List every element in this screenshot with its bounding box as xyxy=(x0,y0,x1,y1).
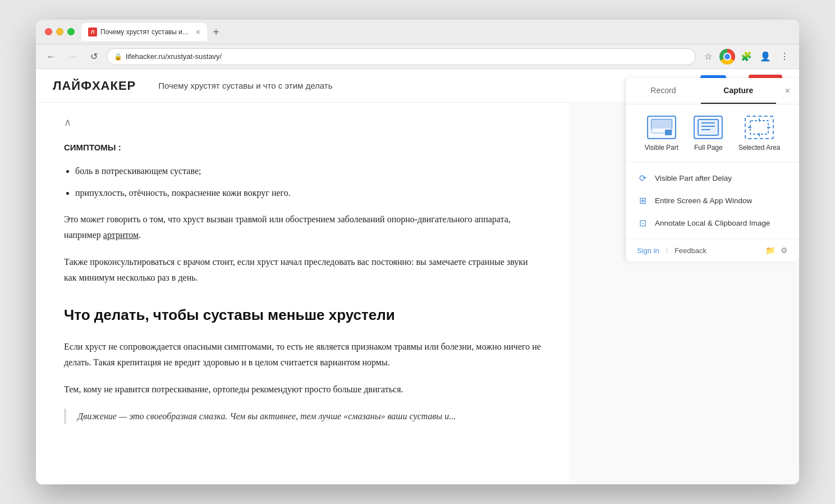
panel-tab-bar: Record Capture × xyxy=(626,78,799,104)
title-bar: Л Почему хрустят суставы и ч... × + xyxy=(36,20,799,44)
paragraph-1: Это может говорить о том, что хруст вызв… xyxy=(64,212,541,243)
visible-part-delay-item[interactable]: ⟳ Visible Part after Delay xyxy=(626,167,799,189)
traffic-lights xyxy=(45,28,75,35)
maximize-button[interactable] xyxy=(67,28,75,35)
delay-icon: ⟳ xyxy=(637,172,648,184)
feedback-link[interactable]: Feedback xyxy=(675,246,706,255)
star-icon[interactable]: ☆ xyxy=(700,49,716,65)
svg-rect-8 xyxy=(750,121,768,134)
annotate-local-item[interactable]: ⊡ Annotate Local & Clipboard Image xyxy=(626,212,799,234)
tab-title: Почему хрустят суставы и ч... xyxy=(100,28,190,36)
new-tab-button[interactable]: + xyxy=(210,26,222,38)
svg-rect-1 xyxy=(652,120,672,129)
screen-icon: ⊞ xyxy=(637,195,648,206)
tab-record[interactable]: Record xyxy=(626,78,701,104)
list-item: припухлость, отёчность, покраснение кожи… xyxy=(75,185,541,200)
entire-screen-label: Entire Screen & App Window xyxy=(655,196,752,205)
selected-area-label: Selected Area xyxy=(738,144,781,152)
tab-close-icon[interactable]: × xyxy=(196,28,200,36)
paragraph-2: Также проконсультироваться с врачом стои… xyxy=(64,254,541,286)
quote-block: Движение — это своеобразная смазка. Чем … xyxy=(64,409,541,424)
entire-screen-item[interactable]: ⊞ Entire Screen & App Window xyxy=(626,189,799,212)
url-text: lifehacker.ru/xrustyat-sustavy/ xyxy=(126,52,689,61)
selected-area-icon xyxy=(745,116,774,139)
annotate-local-label: Annotate Local & Clipboard Image xyxy=(655,219,770,227)
svg-rect-4 xyxy=(698,120,718,135)
svg-rect-3 xyxy=(665,130,672,135)
refresh-button[interactable]: ↺ xyxy=(85,48,102,65)
paragraph-3: Если хруст не сопровождается опасными си… xyxy=(64,339,541,370)
lock-icon: 🔒 xyxy=(114,53,122,61)
menu-icon[interactable]: ⋮ xyxy=(777,49,792,65)
quote-text: Движение — это своеобразная смазка. Чем … xyxy=(77,409,541,424)
nav-bar: ← → ↺ 🔒 lifehacker.ru/xrustyat-sustavy/ … xyxy=(36,44,799,69)
section-heading: Что делать, чтобы суставы меньше хрустел… xyxy=(64,303,541,327)
footer-icons: 📁 ⚙ xyxy=(765,246,788,255)
nav-icons: ☆ 🧩 👤 ⋮ xyxy=(700,49,792,65)
extensions-icon[interactable]: 🧩 xyxy=(738,49,754,65)
sign-in-link[interactable]: Sign in xyxy=(637,246,659,255)
folder-icon[interactable]: 📁 xyxy=(765,246,775,255)
visible-part-delay-label: Visible Part after Delay xyxy=(655,174,732,182)
back-button[interactable]: ← xyxy=(43,48,59,65)
page-header-title: Почему хрустят суставы и что с этим дела… xyxy=(158,81,678,90)
address-bar[interactable]: 🔒 lifehacker.ru/xrustyat-sustavy/ xyxy=(107,48,696,65)
capture-selected-area[interactable]: Selected Area xyxy=(738,116,781,152)
tab-favicon: Л xyxy=(88,28,97,36)
capture-options: Visible Part Full Page xyxy=(626,104,799,157)
full-page-icon xyxy=(694,116,723,139)
panel-menu-items: ⟳ Visible Part after Delay ⊞ Entire Scre… xyxy=(626,162,799,239)
close-button[interactable] xyxy=(45,28,52,35)
full-page-label: Full Page xyxy=(694,144,723,152)
list-item: боль в потрескивающем суставе; xyxy=(75,163,541,178)
profile-icon[interactable]: 👤 xyxy=(758,49,773,65)
visible-part-icon xyxy=(647,116,676,139)
article-content: ∧ СИМПТОМЫ : боль в потрескивающем суста… xyxy=(36,103,569,484)
panel-footer: Sign in | Feedback 📁 ⚙ xyxy=(626,239,799,262)
chrome-extension-icon[interactable] xyxy=(719,49,735,65)
forward-button[interactable]: → xyxy=(64,48,81,65)
panel-close-button[interactable]: × xyxy=(776,78,799,104)
paragraph-4: Тем, кому не нравится потрескивание, орт… xyxy=(64,382,541,397)
symptoms-list: боль в потрескивающем суставе; припухлос… xyxy=(75,163,541,200)
tab-capture[interactable]: Capture xyxy=(701,78,776,104)
settings-icon[interactable]: ⚙ xyxy=(781,246,788,255)
section-label: СИМПТОМЫ : xyxy=(64,140,541,155)
up-arrow-icon[interactable]: ∧ xyxy=(64,114,541,131)
capture-full-page[interactable]: Full Page xyxy=(694,116,723,152)
site-logo: ЛАЙФХАКЕР xyxy=(53,79,136,93)
capture-visible-part[interactable]: Visible Part xyxy=(645,116,678,152)
arthritis-link[interactable]: артритом xyxy=(103,230,139,240)
tab-bar: Л Почему хрустят суставы и ч... × + xyxy=(81,23,790,41)
minimize-button[interactable] xyxy=(56,28,63,35)
annotate-icon: ⊡ xyxy=(637,217,648,228)
visible-part-label: Visible Part xyxy=(645,144,678,152)
footer-divider: | xyxy=(666,246,668,254)
active-tab[interactable]: Л Почему хрустят суставы и ч... × xyxy=(81,23,207,41)
screenshot-panel: Record Capture × Visible Part xyxy=(625,78,799,262)
browser-window: Л Почему хрустят суставы и ч... × + ← → … xyxy=(36,20,799,484)
